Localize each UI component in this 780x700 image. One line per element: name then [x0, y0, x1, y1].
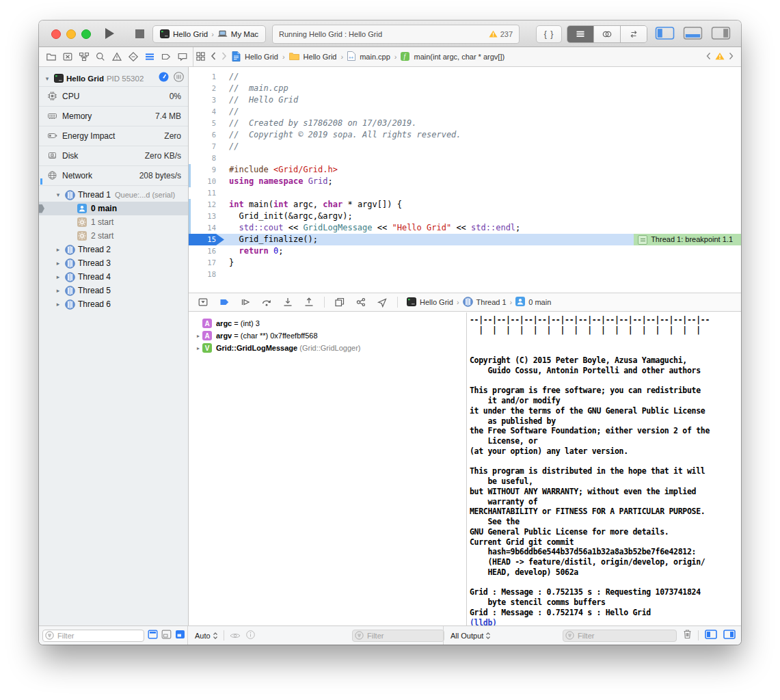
disclosure-triangle[interactable]: ▸ [54, 287, 62, 294]
code-line[interactable]: 6// Copyright © 2019 sopa. All rights re… [189, 129, 741, 141]
code-line[interactable]: 1// [189, 71, 741, 83]
disclosure-triangle[interactable]: ▸ [54, 246, 62, 253]
previous-issue-button[interactable] [705, 52, 712, 62]
toggle-variables-view-button[interactable] [705, 630, 717, 642]
report-navigator-icon[interactable] [175, 50, 189, 64]
simulate-location-button[interactable] [376, 297, 388, 308]
show-stack-frames-toggle[interactable] [161, 630, 172, 642]
test-navigator-icon[interactable] [126, 50, 140, 64]
clear-console-button[interactable] [683, 629, 692, 642]
breadcrumb-file[interactable]: main.cpp [360, 53, 390, 61]
code-line[interactable]: 14 std::cout << GridLogMessage << "Hello… [189, 222, 741, 234]
line-number[interactable]: 1 [189, 71, 224, 83]
show-running-toggle[interactable] [148, 630, 158, 642]
step-over-button[interactable] [260, 297, 273, 308]
gauge-row-network[interactable]: Network208 bytes/s [39, 166, 188, 186]
memory-graph-button[interactable] [355, 297, 367, 308]
disclosure-triangle[interactable]: ▸ [194, 333, 202, 339]
code-line[interactable]: 10using namespace Grid; [189, 176, 741, 187]
minimize-button[interactable] [66, 29, 76, 39]
debug-jump-process[interactable]: Hello Grid [420, 298, 453, 306]
line-number[interactable]: 2 [189, 83, 224, 94]
step-out-button[interactable] [303, 297, 315, 308]
quicklook-eye-icon[interactable] [230, 630, 241, 642]
console-view[interactable]: --|--|--|--|--|--|--|--|--|--|--|--|--|-… [466, 312, 741, 625]
code-line[interactable]: 13 Grid_init(&argc,&argv); [189, 211, 741, 222]
source-control-navigator-icon[interactable] [60, 50, 75, 64]
code-line[interactable]: 7// [189, 141, 741, 152]
code-line[interactable]: 8 [189, 152, 741, 164]
run-button[interactable] [98, 26, 121, 41]
breakpoints-toggle-button[interactable] [218, 297, 230, 308]
version-editor-button[interactable] [621, 26, 647, 42]
related-items-icon[interactable] [196, 51, 206, 63]
process-row[interactable]: ▾ Hello Grid PID 55302 [39, 67, 188, 87]
find-navigator-icon[interactable] [93, 50, 107, 64]
issue-warning-icon[interactable] [715, 52, 725, 62]
hide-debug-area-button[interactable] [197, 297, 209, 308]
variables-scope-selector[interactable]: Auto [195, 632, 218, 640]
issue-navigator-icon[interactable] [109, 50, 124, 64]
performance-gauges-icon[interactable] [159, 72, 169, 83]
variable-row[interactable]: Aargc = (int) 3 [189, 317, 466, 329]
warning-badge[interactable]: 237 [489, 30, 513, 39]
breadcrumb-symbol[interactable]: main(int argc, char * argv[]) [414, 53, 505, 61]
breadcrumb-group[interactable]: Hello Grid [304, 53, 337, 61]
close-button[interactable] [51, 29, 61, 39]
line-number[interactable]: 11 [189, 187, 224, 199]
code-line[interactable]: 4// [189, 106, 741, 118]
gauge-row-cpu[interactable]: CPU0% [39, 87, 188, 107]
code-line[interactable]: 5// Created by s1786208 on 17/03/2019. [189, 118, 741, 129]
disclosure-triangle[interactable]: ▸ [54, 301, 62, 308]
thread-row[interactable]: ▸Thread 4 [39, 270, 188, 284]
line-number[interactable]: 5 [189, 118, 224, 129]
toggle-inspector-button[interactable] [710, 25, 731, 41]
code-line[interactable]: 3// Hello Grid [189, 94, 741, 106]
variable-row[interactable]: ▸Aargv = (char **) 0x7ffeefbff568 [189, 329, 466, 342]
thread-row[interactable]: ▸Thread 6 [39, 297, 188, 311]
disclosure-triangle[interactable]: ▸ [54, 273, 62, 280]
code-line[interactable]: 2// main.cpp [189, 83, 741, 94]
line-number[interactable]: 3 [189, 94, 224, 106]
scheme-selector[interactable]: Hello Grid › My Mac [152, 25, 266, 43]
line-number[interactable]: 9 [189, 164, 224, 176]
line-number[interactable]: 10 [189, 176, 224, 187]
line-number[interactable]: 16 [189, 245, 224, 257]
code-line[interactable]: 18 [189, 269, 741, 280]
breakpoint-annotation[interactable]: Thread 1: breakpoint 1.1 [634, 234, 741, 245]
continue-button[interactable] [239, 297, 252, 308]
variables-filter-input[interactable] [352, 630, 444, 642]
line-number[interactable]: 7 [189, 141, 224, 152]
line-number[interactable]: 13 [189, 211, 224, 222]
toggle-console-view-button[interactable] [723, 630, 736, 642]
source-editor[interactable]: 1//2// main.cpp3// Hello Grid4//5// Crea… [189, 67, 741, 293]
assistant-editor-button[interactable] [594, 26, 621, 42]
threads-view-icon[interactable] [174, 72, 184, 83]
line-number[interactable]: 4 [189, 106, 224, 118]
debug-navigator-icon[interactable] [142, 50, 157, 64]
code-line[interactable]: 12int main(int argc, char * argv[]) { [189, 199, 741, 211]
breakpoint-navigator-icon[interactable] [159, 50, 173, 64]
show-crashed-toggle[interactable] [175, 630, 185, 642]
disclosure-triangle[interactable]: ▸ [54, 260, 62, 267]
debug-jump-thread[interactable]: Thread 1 [476, 298, 507, 306]
library-button[interactable]: { } [536, 25, 562, 43]
navigator-filter-input[interactable] [42, 630, 144, 642]
thread-row[interactable]: ▾Thread 1Queue:...d (serial) [39, 188, 188, 202]
debug-jump-frame[interactable]: 0 main [528, 298, 551, 306]
disclosure-triangle[interactable]: ▾ [43, 75, 51, 82]
line-number[interactable]: 6 [189, 129, 224, 141]
step-into-button[interactable] [282, 297, 294, 308]
breadcrumb-project[interactable]: Hello Grid [245, 53, 278, 61]
console-output-selector[interactable]: All Output [450, 632, 491, 640]
stop-button[interactable] [128, 26, 151, 41]
toggle-navigator-button[interactable] [654, 25, 675, 41]
line-number[interactable]: 12 [189, 199, 224, 211]
toggle-debug-area-button[interactable] [682, 25, 703, 41]
line-number[interactable]: 15 [189, 234, 224, 245]
line-number[interactable]: 17 [189, 257, 224, 269]
forward-button[interactable] [221, 51, 228, 62]
zoom-button[interactable] [81, 29, 91, 39]
standard-editor-button[interactable] [567, 26, 594, 42]
line-number[interactable]: 18 [189, 269, 224, 280]
